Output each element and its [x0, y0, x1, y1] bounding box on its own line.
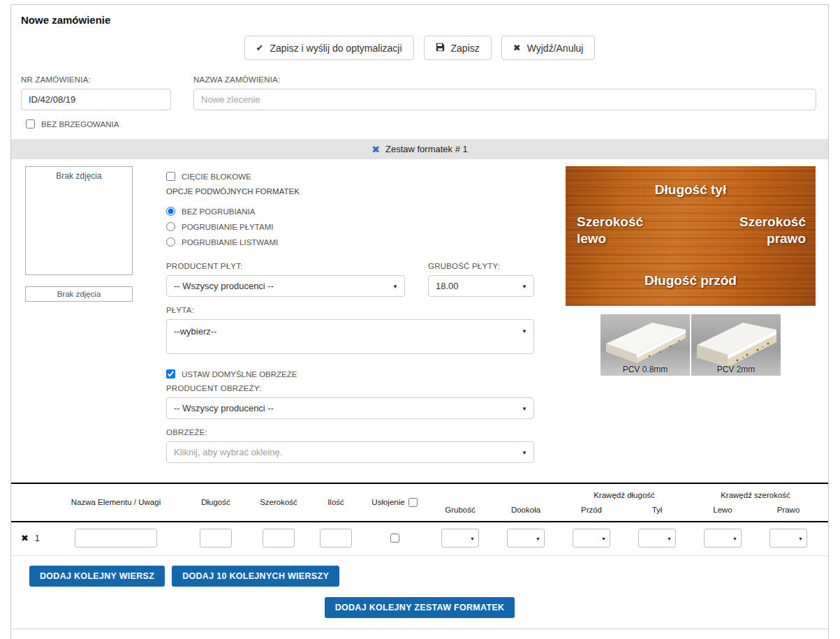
board-select-value: --wybierz-- — [174, 326, 216, 337]
edge-producer-select[interactable]: -- Wszyscy producenci -- ▼ — [166, 397, 534, 419]
chevron-down-icon: ▼ — [522, 405, 527, 411]
col-header-left: Lewo — [693, 506, 753, 514]
add-row-button[interactable]: DODAJ KOLEJNY WIERSZ — [29, 566, 165, 587]
no-edging-checkbox[interactable] — [26, 119, 35, 128]
board-select[interactable]: --wybierz-- ▼ — [166, 319, 534, 354]
no-edging-label: BEZ BRZEGOWANIA — [41, 120, 119, 128]
set-header-title: Zestaw formatek # 1 — [385, 144, 468, 154]
chevron-down-icon: ▼ — [732, 536, 737, 541]
col-header-around: Dookoła — [496, 506, 556, 514]
grain-checkbox[interactable] — [390, 534, 399, 543]
order-number-label: NR ZAMÓWIENIA: — [21, 75, 171, 84]
edge-select[interactable]: Kliknij, aby wybrać okleinę. ▼ — [166, 441, 534, 463]
board-thickness-value: 18.00 — [436, 281, 459, 291]
edge-back-select[interactable]: ▼ — [638, 529, 676, 548]
thicken-strips-radio[interactable] — [166, 237, 175, 247]
remove-set-icon[interactable]: ✖ — [371, 144, 380, 155]
block-cutting-checkbox[interactable] — [166, 172, 175, 181]
row-index-cell: ✖ 1 — [21, 533, 45, 543]
diagram-width-right-line1: Szerokość — [739, 214, 806, 230]
add-set-button[interactable]: DODAJ KOLEJNY ZESTAW FORMATEK — [325, 597, 515, 618]
board-producer-group: PRODUCENT PŁYT: -- Wszyscy producenci --… — [166, 262, 405, 297]
thicken-boards-label: POGRUBIANIE PŁYTAMI — [182, 223, 273, 231]
diagram-length-back-label: Długość tył — [655, 182, 726, 198]
save-icon — [436, 43, 445, 54]
edge-photo-placeholder[interactable]: Brak zdjęcia — [25, 286, 133, 302]
default-edge-checkbox[interactable] — [166, 369, 175, 379]
board-producer-value: -- Wszyscy producenci -- — [174, 281, 274, 291]
board-thickness-select[interactable]: 18.00 ▼ — [428, 275, 534, 297]
edge-producer-label: PRODUCENT OBRZEŻY: — [166, 384, 534, 392]
edge-left-select[interactable]: ▼ — [704, 529, 742, 548]
board-thickness-label: GRUBOŚĆ PŁYTY: — [428, 262, 534, 270]
col-header-front: Przód — [561, 506, 621, 514]
chevron-down-icon: ▼ — [601, 536, 606, 541]
order-fields: NR ZAMÓWIENIA: NAZWA ZAMÓWIENIA: — [11, 70, 828, 110]
close-icon: ✖ — [513, 43, 521, 53]
thicken-strips-label: POGRUBIANIE LISTWAMI — [182, 238, 278, 247]
group-header-edge-width: Krawędź szerokość — [693, 491, 818, 499]
order-name-input[interactable] — [193, 89, 816, 110]
set-body: Brak zdjęcia Brak zdjęcia CIĘCIE BLOKOWE… — [11, 159, 828, 463]
col-header-length: Długość — [187, 498, 244, 506]
pcv-samples: PCV 0.8mm — [566, 314, 816, 376]
bottom-toolbar: ✔ Zapisz i wyślij do optymalizacji Zapis… — [11, 629, 828, 639]
chevron-down-icon: ▼ — [798, 536, 803, 541]
element-name-input[interactable] — [75, 529, 157, 548]
row-index: 1 — [35, 534, 40, 543]
edge-right-select[interactable]: ▼ — [769, 529, 807, 548]
grain-all-checkbox[interactable] — [408, 498, 418, 507]
save-button[interactable]: Zapisz — [424, 36, 492, 60]
board-label: PŁYTA: — [166, 306, 534, 314]
order-number-input[interactable] — [21, 89, 171, 110]
save-and-send-label: Zapisz i wyślij do optymalizacji — [270, 43, 401, 54]
save-label: Zapisz — [451, 43, 480, 54]
chevron-down-icon: ▼ — [522, 283, 527, 289]
delete-row-icon[interactable]: ✖ — [21, 533, 29, 543]
add-10-rows-button[interactable]: DODAJ 10 KOLEJNYCH WIERSZY — [172, 566, 339, 587]
default-edge-option: USTAW DOMYŚLNE OBRZEŻE — [166, 369, 534, 379]
chevron-down-icon: ▼ — [522, 328, 527, 335]
edge-front-select[interactable]: ▼ — [573, 529, 610, 548]
no-edging-option: BEZ BRZEGOWANIA — [11, 110, 828, 135]
thicken-boards-radio[interactable] — [166, 222, 175, 231]
group-header-edge-length: Krawędź długość — [561, 491, 687, 499]
edge-select-placeholder: Kliknij, aby wybrać okleinę. — [174, 447, 282, 457]
order-number-field-group: NR ZAMÓWIENIA: — [21, 75, 171, 110]
width-input[interactable] — [263, 529, 295, 548]
col-header-qty: Ilość — [313, 498, 359, 506]
board-photo-placeholder[interactable]: Brak zdjęcia — [25, 166, 133, 275]
options-column: CIĘCIE BLOKOWE OPCJE PODWÓJNYCH FORMATEK… — [166, 166, 534, 463]
page-title: Nowe zamówienie — [11, 5, 828, 27]
edge-label: OBRZEŻE: — [166, 428, 534, 436]
diagram-width-right-label: Szerokość prawo — [739, 214, 806, 247]
block-cutting-option: CIĘCIE BLOKOWE — [166, 172, 534, 181]
thickness-select[interactable]: ▼ — [441, 529, 479, 548]
thicken-none-label: BEZ POGRUBIANIA — [182, 207, 255, 216]
dimension-diagram-image: Długość tył Szerokość lewo Szerokość pra… — [566, 166, 816, 306]
block-cutting-label: CIĘCIE BLOKOWE — [182, 172, 251, 181]
chevron-down-icon: ▼ — [522, 449, 527, 455]
board-producer-select[interactable]: -- Wszyscy producenci -- ▼ — [166, 275, 405, 297]
qty-input[interactable] — [320, 529, 352, 548]
board-thickness-group: GRUBOŚĆ PŁYTY: 18.00 ▼ — [428, 262, 534, 297]
thicken-none-radio[interactable] — [166, 207, 175, 216]
parts-table-header: Nazwa Elementu / Uwagi Długość Szerokość… — [11, 483, 828, 522]
length-input[interactable] — [200, 529, 232, 548]
thicken-option-none: BEZ POGRUBIANIA — [166, 207, 534, 216]
exit-cancel-button[interactable]: ✖ Wyjdź/Anuluj — [501, 36, 596, 60]
diagram-length-front-label: Długość przód — [644, 272, 737, 289]
around-select[interactable]: ▼ — [507, 529, 545, 548]
save-and-send-button[interactable]: ✔ Zapisz i wyślij do optymalizacji — [244, 36, 414, 60]
thicken-option-boards: POGRUBIANIE PŁYTAMI — [166, 222, 534, 231]
col-header-width: Szerokość — [250, 498, 307, 506]
table-row: ✖ 1 ▼ ▼ ▼ ▼ ▼ ▼ — [11, 522, 828, 556]
pcv-thin-sample[interactable]: PCV 0.8mm — [600, 314, 690, 376]
board-producer-label: PRODUCENT PŁYT: — [166, 262, 405, 270]
default-edge-label: USTAW DOMYŚLNE OBRZEŻE — [182, 370, 297, 379]
photo-column: Brak zdjęcia Brak zdjęcia — [25, 166, 133, 463]
edge-producer-value: -- Wszyscy producenci -- — [174, 403, 274, 413]
pcv-thick-sample[interactable]: PCV 2mm — [691, 314, 781, 376]
order-name-field-group: NAZWA ZAMÓWIENIA: — [193, 75, 816, 110]
grain-label: Usłojenie — [371, 498, 404, 506]
